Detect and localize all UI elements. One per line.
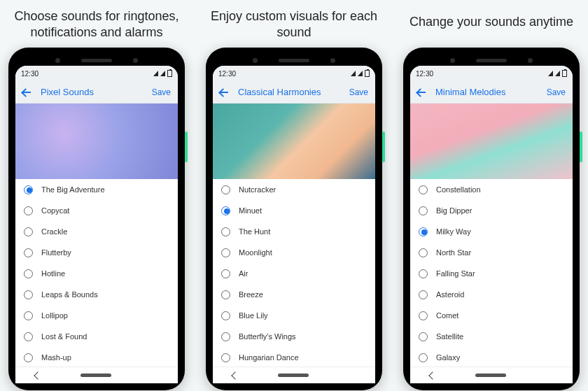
- list-item[interactable]: Breeze: [213, 284, 375, 305]
- list-item[interactable]: Mash-up: [15, 347, 178, 368]
- back-icon[interactable]: [22, 87, 32, 97]
- radio-icon[interactable]: [24, 185, 33, 194]
- nav-bar: [15, 367, 178, 383]
- phone-frame: 12:30 Minimal Melodies Save Constellatio…: [403, 48, 580, 390]
- list-item[interactable]: Satellite: [410, 326, 573, 347]
- list-item[interactable]: North Star: [410, 242, 573, 263]
- radio-icon[interactable]: [221, 185, 230, 194]
- signal-icon: [548, 71, 553, 76]
- nav-back-icon[interactable]: [34, 371, 42, 379]
- list-item[interactable]: Lollipop: [15, 305, 178, 326]
- nav-recent-icon[interactable]: [151, 372, 158, 379]
- radio-icon[interactable]: [221, 332, 230, 341]
- radio-icon[interactable]: [24, 332, 33, 341]
- nav-bar: [213, 367, 375, 383]
- list-item[interactable]: Comet: [410, 305, 573, 326]
- list-item[interactable]: Hotline: [15, 263, 178, 284]
- sound-visual: [410, 104, 573, 179]
- save-button[interactable]: Save: [152, 87, 171, 97]
- sound-label: Satellite: [436, 332, 463, 341]
- list-item[interactable]: Flutterby: [15, 242, 178, 263]
- list-item[interactable]: Minuet: [213, 200, 375, 221]
- list-item[interactable]: Nutcracker: [213, 179, 375, 200]
- nav-home-icon[interactable]: [475, 374, 506, 377]
- radio-icon[interactable]: [419, 311, 428, 320]
- list-item[interactable]: Hungarian Dance: [213, 347, 375, 368]
- nav-home-icon[interactable]: [278, 374, 309, 377]
- wifi-icon: [160, 71, 165, 76]
- signal-icon: [153, 71, 158, 76]
- radio-icon[interactable]: [24, 311, 33, 320]
- list-item[interactable]: Big Dipper: [410, 200, 573, 221]
- list-item[interactable]: Air: [213, 263, 375, 284]
- back-icon[interactable]: [220, 87, 230, 97]
- list-item[interactable]: Asteroid: [410, 284, 573, 305]
- nav-home-icon[interactable]: [80, 374, 111, 377]
- radio-icon[interactable]: [419, 332, 428, 341]
- list-item[interactable]: Crackle: [15, 221, 178, 242]
- list-item[interactable]: Milky Way: [410, 221, 573, 242]
- radio-icon[interactable]: [221, 311, 230, 320]
- phone-frame: 12:30 Pixel Sounds Save The Big Adventur…: [8, 48, 185, 390]
- radio-icon[interactable]: [419, 185, 428, 194]
- sound-label: Butterfly's Wings: [239, 332, 296, 341]
- radio-icon[interactable]: [24, 269, 33, 278]
- sound-label: The Hunt: [239, 227, 270, 236]
- battery-icon: [562, 70, 567, 77]
- sound-list[interactable]: ConstellationBig DipperMilky WayNorth St…: [410, 179, 573, 383]
- sound-label: Hungarian Dance: [239, 353, 299, 362]
- radio-icon[interactable]: [419, 248, 428, 257]
- status-time: 12:30: [416, 70, 433, 78]
- caption-1: Choose sounds for ringtones, notificatio…: [6, 8, 188, 41]
- radio-icon[interactable]: [24, 353, 33, 362]
- list-item[interactable]: Blue Lily: [213, 305, 375, 326]
- sound-list[interactable]: NutcrackerMinuetThe HuntMoonlightAirBree…: [213, 179, 375, 383]
- sound-label: Hotline: [41, 269, 65, 278]
- list-item[interactable]: Butterfly's Wings: [213, 326, 375, 347]
- radio-icon[interactable]: [221, 227, 230, 236]
- sound-label: Flutterby: [41, 248, 71, 257]
- list-item[interactable]: Galaxy: [410, 347, 573, 368]
- sound-label: Crackle: [41, 227, 67, 236]
- list-item[interactable]: Copycat: [15, 200, 178, 221]
- list-item[interactable]: Leaps & Bounds: [15, 284, 178, 305]
- save-button[interactable]: Save: [547, 87, 566, 97]
- nav-recent-icon[interactable]: [349, 372, 356, 379]
- radio-icon[interactable]: [221, 248, 230, 257]
- radio-icon[interactable]: [24, 248, 33, 257]
- sound-label: The Big Adventure: [41, 185, 105, 194]
- radio-icon[interactable]: [24, 227, 33, 236]
- nav-back-icon[interactable]: [232, 371, 239, 379]
- radio-icon[interactable]: [221, 206, 230, 215]
- sound-label: Blue Lily: [239, 311, 268, 320]
- list-item[interactable]: Falling Star: [410, 263, 573, 284]
- radio-icon[interactable]: [419, 206, 428, 215]
- battery-icon: [365, 70, 370, 77]
- list-item[interactable]: The Hunt: [213, 221, 375, 242]
- radio-icon[interactable]: [419, 290, 428, 299]
- app-bar: Minimal Melodies Save: [410, 81, 573, 104]
- back-icon[interactable]: [417, 87, 427, 97]
- radio-icon[interactable]: [419, 227, 428, 236]
- radio-icon[interactable]: [221, 353, 230, 362]
- list-item[interactable]: The Big Adventure: [15, 179, 178, 200]
- status-time: 12:30: [21, 70, 38, 78]
- sound-label: Constellation: [436, 185, 481, 194]
- sound-list[interactable]: The Big AdventureCopycatCrackleFlutterby…: [15, 179, 178, 383]
- radio-icon[interactable]: [24, 206, 33, 215]
- radio-icon[interactable]: [419, 353, 428, 362]
- sound-label: Air: [239, 269, 248, 278]
- list-item[interactable]: Lost & Found: [15, 326, 178, 347]
- radio-icon[interactable]: [221, 269, 230, 278]
- list-item[interactable]: Constellation: [410, 179, 573, 200]
- app-bar: Classical Harmonies Save: [213, 81, 375, 104]
- radio-icon[interactable]: [221, 290, 230, 299]
- sound-label: Milky Way: [436, 227, 471, 236]
- nav-recent-icon[interactable]: [546, 372, 553, 379]
- radio-icon[interactable]: [24, 290, 33, 299]
- list-item[interactable]: Moonlight: [213, 242, 375, 263]
- save-button[interactable]: Save: [349, 87, 368, 97]
- nav-back-icon[interactable]: [429, 371, 437, 379]
- status-bar: 12:30: [410, 66, 573, 81]
- radio-icon[interactable]: [419, 269, 428, 278]
